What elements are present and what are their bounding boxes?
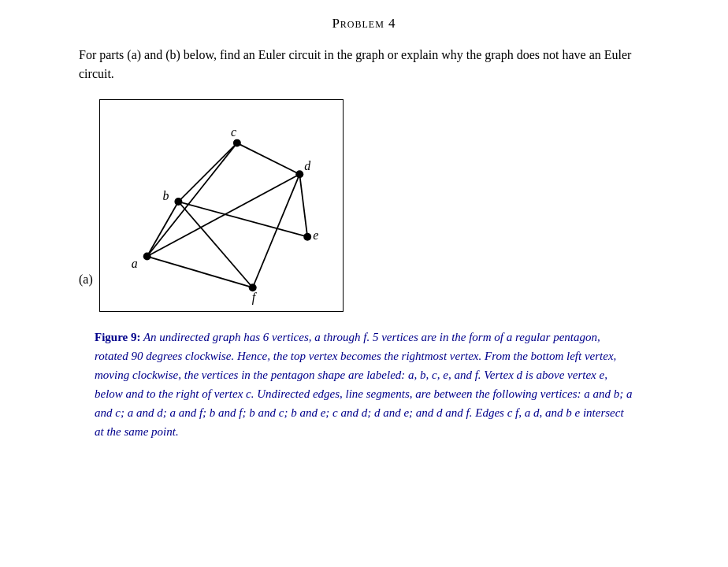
svg-line-5 [178,143,236,202]
graph-section: (a) [79,99,649,312]
problem-title: Problem 4 [32,16,696,32]
svg-line-7 [237,143,299,175]
graph-svg: a b c d e f [100,100,343,311]
svg-line-4 [178,202,252,287]
svg-line-3 [147,257,252,288]
svg-line-6 [178,202,307,237]
label-c: c [231,125,236,139]
svg-line-8 [299,174,307,236]
vertex-b [174,198,182,206]
graph-diagram: a b c d e f [99,99,344,312]
figure-label: Figure 9: [95,331,140,343]
vertex-d [295,170,303,178]
label-a: a [132,257,138,270]
vertex-c [233,139,241,147]
svg-line-1 [147,143,236,257]
vertex-e [303,233,311,241]
svg-line-9 [252,174,299,287]
vertex-a [143,253,151,261]
figure-caption: Figure 9: An undirected graph has 6 vert… [95,328,633,441]
label-b: b [162,189,169,202]
part-label: (a) [79,272,93,287]
label-e: e [313,228,318,242]
problem-text: For parts (a) and (b) below, find an Eul… [79,46,649,83]
label-d: d [304,159,310,172]
label-f: f [251,291,257,305]
